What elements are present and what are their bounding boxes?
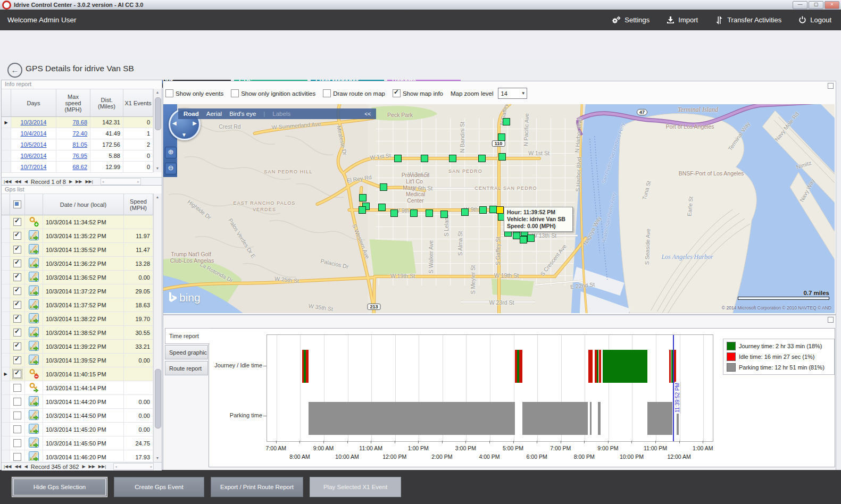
gps-point-marker[interactable] <box>410 209 418 217</box>
header-cell[interactable]: Days <box>11 89 56 117</box>
row-checkbox[interactable] <box>13 411 21 419</box>
row-checkbox[interactable] <box>13 232 21 240</box>
row-checkbox[interactable] <box>13 342 21 350</box>
gps-row[interactable]: 10/3/2014 11:35:52 PM11.47 <box>2 243 153 257</box>
gps-point-marker[interactable] <box>421 155 428 162</box>
checkbox-cell[interactable] <box>10 436 25 450</box>
export-print-route-report-button[interactable]: Export / Print Route Report <box>211 477 303 497</box>
gps-point-marker[interactable] <box>478 155 486 162</box>
row-checkbox[interactable] <box>13 218 21 226</box>
gps-point-marker[interactable] <box>489 206 497 213</box>
gps-point-marker[interactable] <box>390 209 398 217</box>
gps-point-marker[interactable] <box>449 155 456 162</box>
option-show-only-events[interactable]: Show only events <box>165 89 223 97</box>
day-link[interactable]: 10/6/2014 <box>21 153 47 159</box>
pager-next[interactable]: ▶ <box>82 464 85 469</box>
row-checkbox[interactable] <box>13 301 21 309</box>
checkbox-cell[interactable] <box>10 354 25 367</box>
day-link[interactable]: 10/7/2014 <box>21 164 47 170</box>
checkbox-cell[interactable] <box>10 340 25 354</box>
gps-point-marker[interactable] <box>359 206 366 214</box>
table-row[interactable]: 10/4/201472.4041.491 <box>2 128 153 139</box>
checkbox-cell[interactable] <box>10 409 25 423</box>
gps-row[interactable]: 10/3/2014 11:44:50 PM0.00 <box>2 409 153 423</box>
day-cell[interactable]: 10/7/2014 <box>11 162 56 173</box>
pager-hscroll[interactable]: ◂▸ <box>113 463 154 470</box>
back-button[interactable]: ← <box>7 63 22 78</box>
checkbox-cell[interactable] <box>10 257 25 271</box>
checkbox-cell[interactable] <box>10 229 25 243</box>
action-settings[interactable]: Settings <box>612 16 650 24</box>
hide-gps-selection-button[interactable]: Hide Gps Selection <box>12 477 107 497</box>
select-all-checkbox[interactable] <box>13 200 21 208</box>
gps-point-marker[interactable] <box>513 232 520 239</box>
map-zoom-in-button[interactable]: ⊕ <box>165 147 177 158</box>
row-checkbox[interactable] <box>13 356 21 364</box>
gps-point-marker[interactable] <box>498 133 505 141</box>
gps-row[interactable]: 10/3/2014 11:37:22 PM29.05 <box>2 284 153 298</box>
row-checkbox[interactable] <box>13 287 21 295</box>
gps-point-marker[interactable] <box>498 153 506 161</box>
gps-point-marker[interactable] <box>503 118 510 125</box>
collapse-bar-icon[interactable]: << <box>364 111 371 117</box>
checkbox-cell[interactable] <box>10 215 25 229</box>
option-checkbox[interactable] <box>165 89 173 97</box>
day-cell[interactable]: 10/6/2014 <box>11 150 56 162</box>
table-row[interactable]: 10/7/201468.6212.990 <box>2 162 153 173</box>
row-checkbox[interactable] <box>13 329 21 337</box>
selected-gps-point-marker[interactable] <box>496 206 504 214</box>
minimize-button[interactable]: — <box>793 1 807 9</box>
gps-scrollbar[interactable]: ▲▼ <box>153 194 162 462</box>
max-speed-cell[interactable]: 68.62 <box>56 162 90 173</box>
max-speed-cell[interactable]: 78.68 <box>56 117 90 128</box>
checkbox-cell[interactable] <box>10 326 25 340</box>
row-checkbox[interactable] <box>13 259 21 267</box>
pager-prev-page[interactable]: ◀◀ <box>14 179 21 184</box>
pager-next-page[interactable]: ▶▶ <box>89 464 95 469</box>
gps-row[interactable]: 10/3/2014 11:44:20 PM0.00 <box>2 395 153 409</box>
pager-last[interactable]: ▶▶| <box>98 464 106 469</box>
day-link[interactable]: 10/4/2014 <box>21 130 47 137</box>
checkbox-cell[interactable] <box>10 284 25 298</box>
gps-row[interactable]: 10/3/2014 11:36:22 PM13.28 <box>2 257 153 271</box>
gps-point-marker[interactable] <box>520 236 527 243</box>
table-row[interactable]: 10/6/201476.955.880 <box>2 150 153 162</box>
pager-last[interactable]: ▶▶| <box>85 179 93 184</box>
checkbox-cell[interactable] <box>10 298 25 312</box>
gps-point-marker[interactable] <box>479 206 487 214</box>
gps-row[interactable]: 10/3/2014 11:37:52 PM18.63 <box>2 298 153 312</box>
gps-row[interactable]: ▶10/3/2014 11:40:15 PM <box>2 367 153 381</box>
day-link[interactable]: 10/3/2014 <box>21 119 47 125</box>
gps-row[interactable]: 10/3/2014 11:38:22 PM19.70 <box>2 312 153 326</box>
row-checkbox[interactable] <box>13 398 21 406</box>
row-checkbox[interactable] <box>13 453 21 461</box>
bing-map[interactable]: ⊕ ⊖ ▲ ▼ ◀ ▶ RoadAerialBird's eye|Labels<… <box>163 104 835 313</box>
day-link[interactable]: 10/5/2014 <box>21 141 47 148</box>
maximize-panel-icon[interactable] <box>828 317 834 323</box>
row-checkbox[interactable] <box>13 273 21 281</box>
pager-hscroll[interactable]: ◂▸ <box>101 178 141 185</box>
gps-row[interactable]: 10/3/2014 11:34:52 PM <box>2 215 153 229</box>
close-button[interactable]: × <box>825 1 839 9</box>
chart-tab-speed-graphic[interactable]: Speed graphic <box>165 345 208 359</box>
create-gps-event-button[interactable]: Create Gps Event <box>114 477 204 497</box>
checkbox-cell[interactable] <box>10 271 25 284</box>
row-checkbox[interactable] <box>13 425 21 433</box>
action-import[interactable]: Import <box>667 16 698 24</box>
map-zoom-level-select[interactable]: 14▼ <box>498 88 527 99</box>
map-zoom-out-button[interactable]: ⊖ <box>165 163 177 174</box>
max-speed-link[interactable]: 78.68 <box>72 119 87 125</box>
option-draw-route-on-map[interactable]: Draw route on map <box>323 89 385 97</box>
header-cell[interactable]: Dist. (Miles) <box>90 89 123 117</box>
gps-row[interactable]: 10/3/2014 11:36:52 PM0.00 <box>2 271 153 284</box>
maximize-panel-icon[interactable] <box>828 83 834 89</box>
gps-row[interactable]: 10/3/2014 11:35:22 PM11.97 <box>2 229 153 243</box>
checkbox-cell[interactable] <box>10 450 25 461</box>
header-cell[interactable]: Date / hour (local) <box>43 194 124 215</box>
gps-point-marker[interactable] <box>426 209 433 217</box>
max-speed-cell[interactable]: 72.40 <box>56 128 90 139</box>
option-checkbox[interactable] <box>323 89 331 97</box>
checkbox-cell[interactable] <box>10 312 25 326</box>
gps-point-marker[interactable] <box>440 211 448 218</box>
header-cell[interactable]: Speed (MPH) <box>124 194 153 215</box>
